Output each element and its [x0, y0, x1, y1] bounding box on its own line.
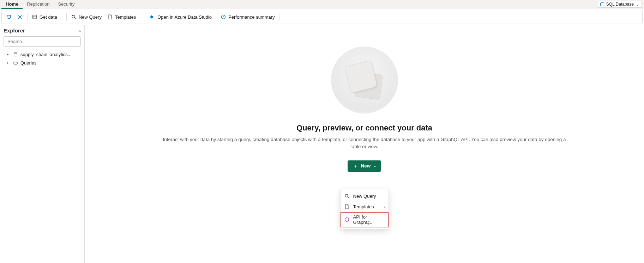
toolbar-separator: [27, 13, 28, 21]
tree-item-label: Queries: [20, 60, 37, 66]
tree-item-label: supply_chain_analytics...: [20, 52, 72, 57]
chevron-down-icon: ⌄: [373, 164, 376, 168]
empty-state-illustration: [331, 47, 398, 114]
query-icon: [71, 14, 77, 20]
new-query-label: New Query: [79, 14, 102, 20]
gear-icon: [17, 14, 23, 20]
templates-icon: [344, 204, 350, 209]
chevron-right-icon: ▸: [7, 61, 11, 65]
collapse-sidebar-button[interactable]: «: [78, 28, 81, 33]
templates-icon: [107, 14, 113, 20]
templates-label: Templates: [115, 14, 136, 20]
data-icon: [32, 14, 37, 20]
toolbar-separator: [216, 13, 216, 21]
tree-item-queries[interactable]: ▸ Queries: [4, 59, 81, 67]
svg-point-0: [19, 16, 21, 18]
explorer-sidebar: Explorer « ▸ supply_chain_analytics... ▸…: [0, 25, 85, 263]
database-icon: [13, 51, 18, 57]
top-tabs: Home Replication Security SQL Database ⌄: [0, 0, 644, 9]
svg-point-12: [348, 220, 349, 221]
performance-button[interactable]: Performance summary: [218, 13, 277, 21]
tab-security[interactable]: Security: [54, 0, 79, 9]
gauge-icon: [221, 14, 226, 20]
tab-home[interactable]: Home: [1, 0, 23, 9]
folder-icon: [13, 60, 18, 66]
settings-button[interactable]: [14, 13, 26, 21]
svg-point-10: [346, 217, 347, 218]
chevron-right-icon: ›: [384, 204, 386, 209]
chevron-right-icon: ▸: [7, 53, 11, 56]
tree-item-database[interactable]: ▸ supply_chain_analytics...: [4, 50, 81, 59]
svg-rect-4: [150, 16, 151, 18]
menu-api-graphql[interactable]: API for GraphQL: [341, 212, 389, 227]
refresh-button[interactable]: [3, 13, 14, 21]
svg-point-15: [344, 218, 345, 219]
toolbar-separator: [145, 13, 145, 21]
svg-point-14: [344, 220, 345, 221]
get-data-button[interactable]: Get data ⌄: [29, 13, 65, 21]
explorer-search-input[interactable]: [4, 36, 81, 47]
get-data-label: Get data: [40, 14, 57, 20]
graphql-icon: [344, 217, 350, 222]
svg-marker-9: [345, 218, 349, 222]
database-type-dropdown[interactable]: SQL Database ⌄: [597, 1, 642, 8]
svg-point-13: [346, 221, 347, 222]
new-button-label: New: [361, 163, 371, 169]
database-type-label: SQL Database: [606, 2, 634, 7]
main-pane: Query, preview, or connect your data Int…: [85, 25, 644, 263]
performance-label: Performance summary: [228, 14, 275, 20]
database-icon: [600, 2, 604, 6]
chevron-down-icon: ⌄: [59, 15, 62, 19]
chevron-down-icon: ⌄: [138, 15, 141, 19]
svg-point-8: [345, 194, 348, 197]
toolbar-separator: [66, 13, 67, 21]
menu-templates[interactable]: Templates ›: [341, 201, 389, 212]
refresh-icon: [6, 14, 12, 20]
open-ads-label: Open in Azure Data Studio: [157, 14, 212, 20]
azure-data-studio-icon: [150, 14, 155, 20]
new-dropdown-button[interactable]: ＋ New ⌄: [348, 160, 381, 172]
body: Explorer « ▸ supply_chain_analytics... ▸…: [0, 25, 644, 263]
tab-replication[interactable]: Replication: [23, 0, 54, 9]
plus-icon: ＋: [353, 163, 358, 169]
svg-point-3: [72, 15, 73, 16]
toolbar: Get data ⌄ New Query Templates ⌄ Open in…: [1, 10, 643, 24]
templates-button[interactable]: Templates ⌄: [104, 13, 144, 21]
chevron-down-icon: ⌄: [636, 2, 639, 6]
svg-rect-1: [33, 15, 37, 19]
empty-state-subtitle: Interact with your data by starting a qu…: [160, 136, 569, 151]
query-icon: [344, 193, 350, 199]
svg-point-6: [223, 17, 224, 17]
new-dropdown-menu: New Query Templates › API for GraphQL: [340, 189, 389, 229]
menu-item-label: API for GraphQL: [353, 214, 385, 225]
empty-state-title: Query, preview, or connect your data: [156, 123, 573, 133]
explorer-title: Explorer: [4, 27, 25, 33]
svg-point-11: [348, 218, 349, 219]
new-query-button[interactable]: New Query: [68, 13, 104, 21]
open-ads-button[interactable]: Open in Azure Data Studio: [147, 13, 215, 21]
menu-item-label: New Query: [353, 194, 376, 199]
menu-item-label: Templates: [353, 204, 374, 209]
toolbar-separator: [279, 13, 279, 21]
menu-new-query[interactable]: New Query: [341, 191, 389, 201]
empty-state: Query, preview, or connect your data Int…: [156, 47, 573, 172]
svg-point-7: [14, 53, 17, 54]
